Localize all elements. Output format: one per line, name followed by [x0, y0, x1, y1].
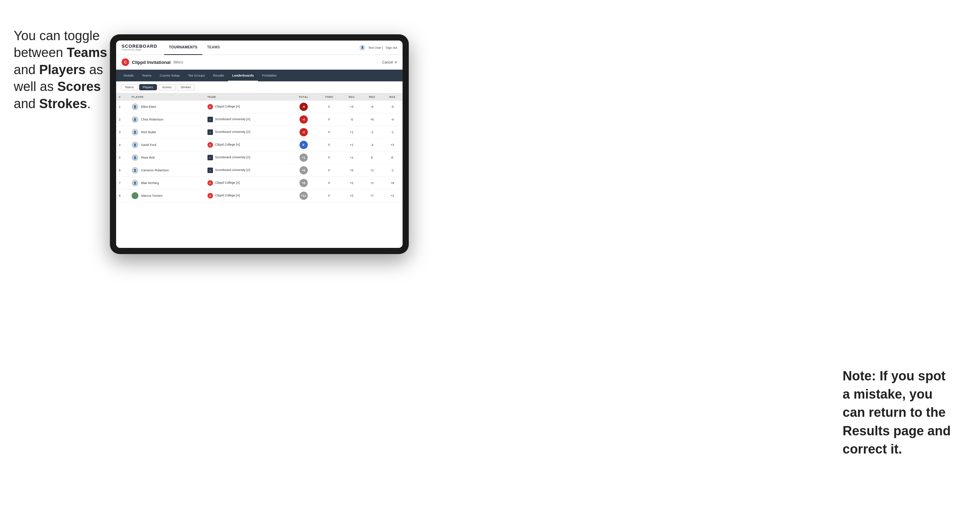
col-thru: THRU: [317, 94, 341, 101]
cancel-x-icon: ✕: [395, 60, 397, 64]
cell-rank: 1: [116, 101, 129, 113]
cell-team: C Clippd College [A]: [205, 177, 290, 189]
cell-thru: F: [317, 101, 341, 113]
cell-rd3: E: [382, 151, 402, 164]
cell-thru: F: [317, 164, 341, 177]
table-row: 3 👤 Rich Butler ▪ Scoreboard University …: [116, 126, 402, 139]
cell-rank: 2: [116, 113, 129, 126]
toggle-players[interactable]: Players: [139, 84, 157, 90]
cell-rd1: +3: [341, 101, 362, 113]
cancel-button[interactable]: Cancel ✕: [382, 60, 397, 64]
cell-total: +6: [290, 164, 317, 177]
cell-player: 👤 Cameron Robertson: [129, 164, 204, 177]
cell-rd2: -2: [362, 126, 382, 139]
tab-tee-groups[interactable]: Tee Groups: [184, 70, 209, 81]
sign-out-link[interactable]: Sign out: [386, 46, 397, 49]
logo-sub: Powered by clippd: [122, 48, 158, 51]
total-badge: -8: [299, 103, 308, 111]
tab-course-setup[interactable]: Course Setup: [156, 70, 184, 81]
nav-teams[interactable]: TEAMS: [202, 41, 225, 55]
player-avatar: 👤: [132, 179, 138, 186]
total-badge: -4: [299, 115, 308, 124]
team-logo-icon: C: [207, 180, 213, 186]
cell-rd3: +3: [382, 139, 402, 151]
tab-leaderboards[interactable]: Leaderboards: [228, 70, 258, 81]
player-avatar: 👤: [132, 167, 138, 174]
cell-rd2: +2: [362, 164, 382, 177]
col-rd1: RD1: [341, 94, 362, 101]
cell-team: ▪ Scoreboard University [A]: [205, 164, 290, 177]
cell-team: C Clippd College [A]: [205, 189, 290, 202]
cell-thru: F: [317, 177, 341, 189]
tab-printables[interactable]: Printables: [258, 70, 281, 81]
tournament-logo: C: [122, 58, 129, 66]
tab-teams[interactable]: Teams: [138, 70, 156, 81]
table-row: 2 👤 Chris Robertson ▪ Scoreboard Univers…: [116, 113, 402, 126]
tab-results[interactable]: Results: [209, 70, 228, 81]
tournament-header: C Clippd Invitational (Men) Cancel ✕: [116, 55, 402, 70]
player-name: David Ford: [141, 143, 156, 147]
col-player: PLAYER: [129, 94, 204, 101]
toggle-strokes[interactable]: Strokes: [177, 84, 195, 90]
cell-rank: 6: [116, 164, 129, 177]
team-logo-icon: C: [207, 142, 213, 148]
strokes-bold: Strokes: [39, 97, 87, 111]
cell-player: 👤 Chris Robertson: [129, 113, 204, 126]
cell-thru: F: [317, 139, 341, 151]
table-row: 8 🌿 Marcus Turners C Clippd College [A] …: [116, 189, 402, 202]
total-badge: E: [299, 141, 308, 149]
cell-rd1: +1: [341, 151, 362, 164]
cell-rd3: -1: [382, 126, 402, 139]
cell-rd3: -1: [382, 164, 402, 177]
team-name: Clippd College [A]: [215, 181, 240, 184]
toggle-teams[interactable]: Teams: [121, 84, 138, 90]
cell-thru: F: [317, 151, 341, 164]
cell-rd1: +2: [341, 177, 362, 189]
cell-player: 🌿 Marcus Turners: [129, 189, 204, 202]
table-row: 6 👤 Cameron Robertson ▪ Scoreboard Unive…: [116, 164, 402, 177]
cell-team: ▪ Scoreboard University [A]: [205, 126, 290, 139]
cell-player: 👤 Rees Britt: [129, 151, 204, 164]
tournament-gender: (Men): [173, 60, 183, 64]
cell-rd2: E: [362, 151, 382, 164]
cell-rank: 5: [116, 151, 129, 164]
cell-rank: 8: [116, 189, 129, 202]
cell-team: ▪ Scoreboard University [A]: [205, 113, 290, 126]
cell-player: 👤 Blair McHarg: [129, 177, 204, 189]
player-name: Blair McHarg: [141, 181, 159, 185]
cell-rd1: +2: [341, 189, 362, 202]
player-name: Rich Butler: [141, 130, 156, 134]
team-name: Scoreboard University [A]: [215, 168, 250, 171]
nav-tournaments[interactable]: TOURNAMENTS: [164, 41, 202, 55]
table-row: 1 👤 Elliot Ebert C Clippd College [A] -8…: [116, 101, 402, 113]
cell-team: C Clippd College [A]: [205, 101, 290, 113]
players-table: # PLAYER TEAM TOTAL THRU RD1 RD2 RD3 1 👤…: [116, 94, 402, 202]
player-avatar: 👤: [132, 129, 138, 136]
scores-bold: Scores: [57, 79, 101, 94]
cell-rank: 3: [116, 126, 129, 139]
table-row: 5 👤 Rees Britt ▪ Scoreboard University […: [116, 151, 402, 164]
cell-thru: F: [317, 126, 341, 139]
col-rank: #: [116, 94, 129, 101]
player-name: Elliot Ebert: [141, 105, 156, 108]
top-nav: SCOREBOARD Powered by clippd TOURNAMENTS…: [116, 41, 402, 55]
user-icon: 👤: [359, 44, 366, 51]
cell-player: 👤 Rich Butler: [129, 126, 204, 139]
team-logo-icon: ▪: [207, 129, 213, 135]
cell-rd3: +2: [382, 189, 402, 202]
player-avatar: 🌿: [132, 192, 138, 199]
cell-rd1: +5: [341, 164, 362, 177]
team-name: Scoreboard University [A]: [215, 156, 250, 159]
user-label: Test User |: [368, 46, 383, 49]
team-logo-icon: ▪: [207, 155, 213, 160]
team-logo-icon: C: [207, 104, 213, 110]
tab-details[interactable]: Details: [119, 70, 138, 81]
cell-rd3: +6: [382, 177, 402, 189]
player-avatar: 👤: [132, 103, 138, 110]
total-badge: +6: [299, 166, 308, 175]
cell-rd1: +1: [341, 126, 362, 139]
logo-area: SCOREBOARD Powered by clippd: [122, 44, 158, 51]
toggle-scores[interactable]: Scores: [158, 84, 175, 90]
cell-total: -8: [290, 101, 317, 113]
leaderboard-table: # PLAYER TEAM TOTAL THRU RD1 RD2 RD3 1 👤…: [116, 94, 402, 248]
